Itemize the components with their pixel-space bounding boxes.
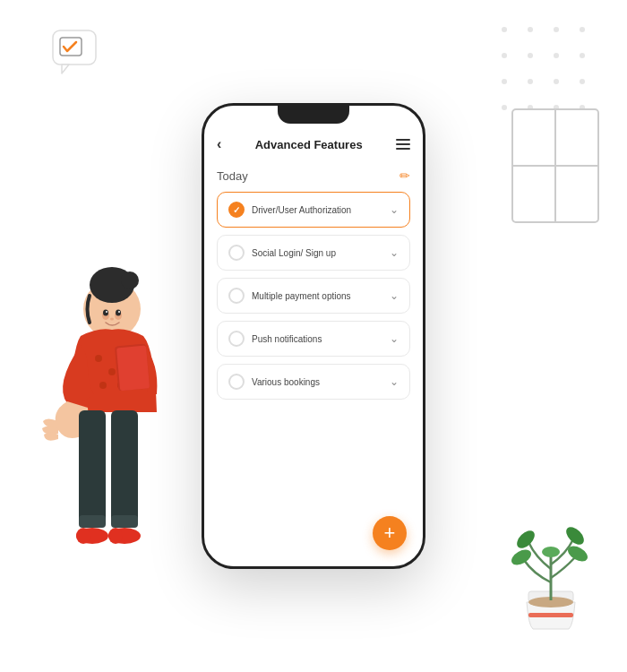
add-button[interactable]: + bbox=[373, 516, 407, 550]
feature-label-2: Social Login/ Sign up bbox=[252, 248, 336, 258]
svg-point-19 bbox=[76, 528, 90, 544]
back-button[interactable]: ‹ bbox=[217, 136, 221, 152]
svg-point-25 bbox=[116, 310, 121, 316]
page-title: Advanced Features bbox=[255, 138, 363, 151]
feature-item-5[interactable]: Various bookings ⌄ bbox=[217, 364, 410, 400]
svg-marker-4 bbox=[62, 65, 69, 73]
svg-point-24 bbox=[103, 310, 108, 316]
chevron-down-icon-3: ⌄ bbox=[390, 289, 399, 302]
svg-point-34 bbox=[509, 547, 534, 568]
svg-rect-3 bbox=[53, 30, 96, 65]
feature-label-5: Various bookings bbox=[252, 377, 320, 387]
feature-radio-2[interactable] bbox=[228, 245, 245, 261]
chevron-down-icon-1: ⌄ bbox=[390, 203, 399, 216]
svg-rect-39 bbox=[528, 613, 573, 617]
feature-label-1: Driver/User Authorization bbox=[252, 205, 351, 215]
svg-rect-17 bbox=[111, 515, 138, 528]
svg-point-35 bbox=[514, 528, 538, 552]
phone-mockup: ‹ Advanced Features Today ✏ Driver/ bbox=[202, 103, 425, 569]
chevron-down-icon-5: ⌄ bbox=[390, 375, 399, 388]
hamburger-line-1 bbox=[396, 139, 410, 141]
today-label: Today bbox=[217, 169, 248, 183]
today-section-header: Today ✏ bbox=[217, 163, 410, 192]
feature-item-4[interactable]: Push notifications ⌄ bbox=[217, 321, 410, 357]
phone-header: ‹ Advanced Features bbox=[217, 129, 410, 163]
hamburger-line-2 bbox=[396, 143, 410, 145]
feature-list: Driver/User Authorization ⌄ Social Login… bbox=[217, 192, 410, 509]
svg-point-10 bbox=[108, 368, 116, 375]
feature-item-left-5: Various bookings bbox=[228, 374, 320, 390]
svg-point-38 bbox=[542, 547, 560, 557]
svg-point-12 bbox=[99, 382, 107, 389]
feature-item-left-2: Social Login/ Sign up bbox=[228, 245, 336, 261]
svg-rect-14 bbox=[79, 410, 106, 527]
chevron-down-icon-2: ⌄ bbox=[390, 246, 399, 259]
svg-point-26 bbox=[106, 311, 107, 313]
feature-label-3: Multiple payment options bbox=[252, 291, 351, 301]
svg-rect-15 bbox=[111, 410, 138, 527]
svg-point-21 bbox=[108, 528, 123, 544]
feature-radio-1[interactable] bbox=[228, 202, 245, 218]
feature-item-1[interactable]: Driver/User Authorization ⌄ bbox=[217, 192, 410, 228]
svg-rect-30 bbox=[116, 346, 150, 392]
svg-point-28 bbox=[110, 318, 114, 321]
svg-point-8 bbox=[121, 271, 139, 289]
chevron-down-icon-4: ⌄ bbox=[390, 332, 399, 345]
speech-bubble bbox=[49, 27, 103, 76]
feature-item-3[interactable]: Multiple payment options ⌄ bbox=[217, 278, 410, 314]
phone-screen: ‹ Advanced Features Today ✏ Driver/ bbox=[202, 103, 425, 569]
svg-point-37 bbox=[563, 524, 588, 548]
svg-rect-16 bbox=[79, 515, 106, 528]
feature-item-left-3: Multiple payment options bbox=[228, 288, 351, 304]
woman-illustration bbox=[18, 206, 197, 636]
fab-container: + bbox=[217, 509, 410, 554]
plant-illustration bbox=[502, 484, 600, 645]
feature-radio-3[interactable] bbox=[228, 288, 245, 304]
feature-radio-5[interactable] bbox=[228, 374, 245, 390]
phone-notch bbox=[278, 106, 349, 124]
svg-point-27 bbox=[118, 311, 120, 313]
window-illustration bbox=[511, 108, 600, 224]
feature-item-left-1: Driver/User Authorization bbox=[228, 202, 351, 218]
svg-point-9 bbox=[95, 355, 102, 362]
menu-button[interactable] bbox=[396, 139, 410, 150]
feature-item-2[interactable]: Social Login/ Sign up ⌄ bbox=[217, 235, 410, 271]
feature-label-4: Push notifications bbox=[252, 334, 322, 344]
hamburger-line-3 bbox=[396, 148, 410, 150]
edit-icon[interactable]: ✏ bbox=[399, 168, 410, 183]
feature-item-left-4: Push notifications bbox=[228, 331, 322, 347]
feature-radio-4[interactable] bbox=[228, 331, 245, 347]
